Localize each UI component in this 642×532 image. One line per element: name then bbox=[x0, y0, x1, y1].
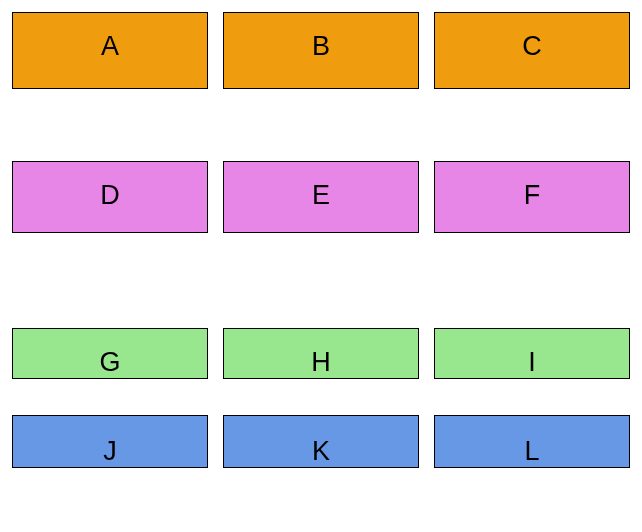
cell-label: G bbox=[99, 347, 120, 378]
cell-a: A bbox=[12, 12, 208, 89]
cell-label: E bbox=[312, 180, 330, 211]
cell-f: F bbox=[434, 161, 630, 233]
cell-g: G bbox=[12, 328, 208, 379]
cell-label: B bbox=[312, 31, 330, 62]
cell-label: F bbox=[524, 180, 541, 211]
cell-i: I bbox=[434, 328, 630, 379]
cell-label: L bbox=[524, 436, 539, 467]
cell-l: L bbox=[434, 415, 630, 468]
cell-k: K bbox=[223, 415, 419, 468]
cell-h: H bbox=[223, 328, 419, 379]
cell-label: I bbox=[528, 347, 536, 378]
letter-grid: A B C D E F G H I J K L bbox=[12, 12, 630, 468]
cell-b: B bbox=[223, 12, 419, 89]
cell-e: E bbox=[223, 161, 419, 233]
cell-label: D bbox=[100, 180, 120, 211]
row-spacer bbox=[12, 379, 630, 415]
cell-label: H bbox=[311, 347, 331, 378]
cell-d: D bbox=[12, 161, 208, 233]
cell-label: J bbox=[103, 436, 117, 467]
cell-label: A bbox=[101, 31, 119, 62]
cell-c: C bbox=[434, 12, 630, 89]
cell-label: K bbox=[312, 436, 330, 467]
cell-j: J bbox=[12, 415, 208, 468]
row-spacer bbox=[12, 233, 630, 269]
cell-label: C bbox=[522, 31, 542, 62]
